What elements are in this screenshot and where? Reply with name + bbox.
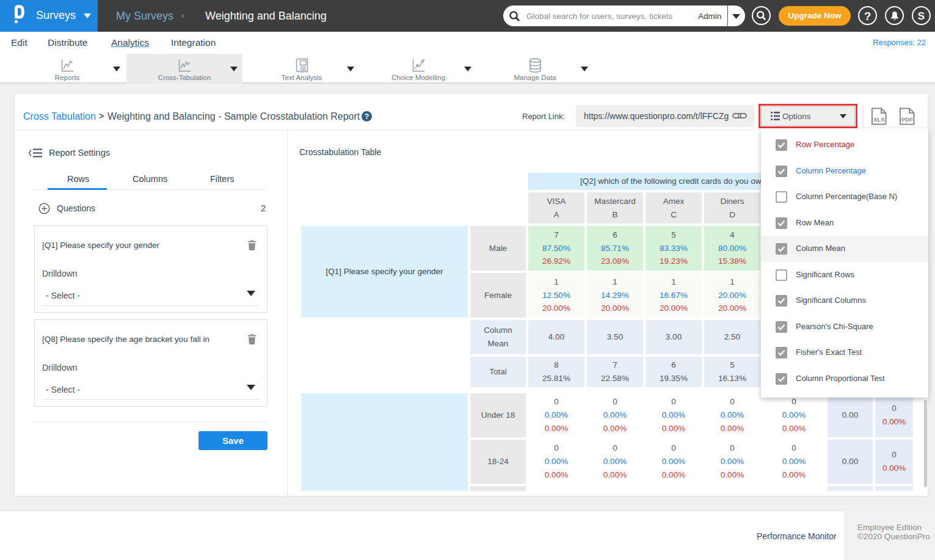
svg-text:PDF: PDF [901,116,913,123]
svg-text:XLS: XLS [873,116,884,123]
